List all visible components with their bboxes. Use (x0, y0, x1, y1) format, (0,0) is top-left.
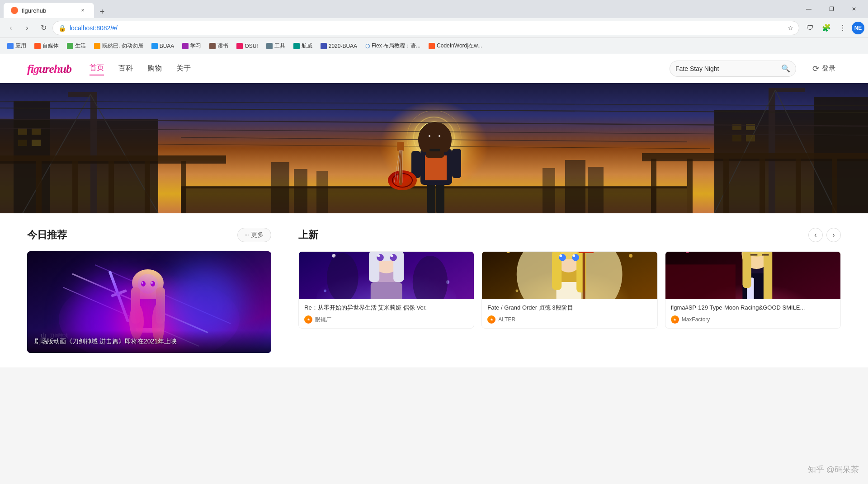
svg-rect-55 (436, 183, 444, 213)
svg-rect-63 (397, 142, 404, 151)
address-bar[interactable]: 🔒 ☆ (52, 21, 799, 35)
svg-rect-134 (578, 252, 594, 253)
tab-close-button[interactable]: × (79, 6, 87, 14)
product-2-svg (482, 252, 657, 299)
svg-rect-19 (108, 161, 114, 213)
bookmark-favicon (34, 43, 41, 49)
product-cards: Re：从零开始的异世界生活 艾米莉娅 偶像 Ver. ★ 眼镜厂 (298, 251, 841, 329)
svg-rect-147 (764, 252, 772, 299)
svg-point-137 (516, 289, 519, 292)
forward-button[interactable]: › (20, 21, 34, 35)
nav-wiki[interactable]: 百科 (118, 62, 133, 75)
svg-rect-133 (583, 252, 585, 299)
svg-rect-7 (90, 92, 97, 213)
bookmark-life[interactable]: 生活 (63, 40, 90, 52)
login-label: 登录 (822, 64, 835, 73)
shield-icon[interactable]: 🛡 (803, 21, 817, 35)
product-card-3-image (665, 252, 840, 299)
new-tab-button[interactable]: + (96, 5, 108, 18)
bookmark-read[interactable]: 读书 (206, 40, 232, 52)
product-name-2: Fate / Grand Order 贞德 3段阶目 (487, 304, 651, 312)
back-button[interactable]: ‹ (4, 21, 18, 35)
browser-toolbar: ‹ › ↻ 🔒 ☆ 🛡 🧩 ⋮ NE (0, 18, 868, 38)
bookmark-osu[interactable]: OSU! (233, 41, 261, 51)
login-button[interactable]: ⟳ 登录 (807, 61, 841, 76)
svg-point-95 (151, 282, 153, 284)
bookmark-label: 自媒体 (42, 42, 59, 50)
maker-icon-1: ★ (304, 315, 312, 324)
product-card-2[interactable]: Fate / Grand Order 贞德 3段阶目 ★ ALTER (481, 251, 657, 329)
login-icon: ⟳ (812, 64, 819, 74)
bookmark-apps[interactable]: 应用 (4, 40, 30, 52)
bluetooth-icon: ⬡ (365, 43, 370, 49)
bookmark-label: BUAA (160, 43, 175, 49)
svg-rect-15 (0, 155, 226, 161)
two-col-layout: 今日推荐 ··· 更多 (27, 228, 841, 353)
svg-rect-30 (732, 135, 741, 141)
svg-rect-37 (760, 159, 765, 213)
toolbar-right: 🛡 🧩 ⋮ NE (803, 21, 864, 35)
maximize-button[interactable]: ❐ (821, 2, 842, 16)
maker-icon-2: ★ (487, 315, 495, 324)
profile-button[interactable]: NE (852, 22, 864, 34)
bookmark-tools[interactable]: 工具 (263, 40, 289, 52)
svg-point-132 (573, 254, 576, 257)
svg-point-131 (560, 254, 562, 257)
svg-rect-13 (18, 140, 27, 146)
svg-rect-32 (642, 153, 868, 159)
site-logo[interactable]: FigureHub (27, 61, 71, 76)
browser-tabs: figurehub × + (4, 0, 108, 18)
refresh-button[interactable]: ↻ (36, 21, 51, 35)
product-card-3-info: figma#SP-129 Type-Moon Racing&GOOD SMILE… (665, 299, 840, 328)
nav-arrows: ‹ › (808, 228, 841, 242)
tab-favicon (11, 7, 18, 14)
bookmark-buaa[interactable]: BUAA (148, 41, 178, 51)
active-tab[interactable]: figurehub × (4, 3, 94, 18)
bookmark-aviation[interactable]: 航威 (290, 40, 316, 52)
maker-label-2: ALTER (498, 316, 515, 323)
bookmark-buaa2020[interactable]: 2020-BUAA (317, 41, 361, 51)
svg-rect-18 (72, 161, 78, 213)
settings-icon[interactable]: ⋮ (835, 21, 850, 35)
svg-rect-38 (796, 159, 801, 213)
product-card-3[interactable]: figma#SP-129 Type-Moon Racing&GOOD SMILE… (665, 251, 841, 329)
minimize-button[interactable]: — (798, 2, 819, 16)
url-input[interactable] (70, 24, 784, 32)
bookmark-flex[interactable]: ⬡ Flex 布局教程：语... (362, 40, 424, 52)
svg-rect-57 (425, 155, 447, 180)
svg-rect-31 (746, 135, 755, 141)
next-arrow-button[interactable]: › (826, 228, 841, 242)
svg-point-111 (390, 254, 393, 257)
bookmark-label: CodeInWord|在w... (437, 42, 482, 50)
search-bar[interactable]: 🔍 (670, 61, 796, 77)
bookmark-favicon (209, 43, 216, 49)
bookmark-codeinword[interactable]: CodeInWord|在w... (425, 40, 486, 52)
bookmark-label: 生活 (75, 42, 86, 50)
svg-point-136 (629, 254, 633, 258)
product-card-1[interactable]: Re：从零开始的异世界生活 艾米莉娅 偶像 Ver. ★ 眼镜厂 (298, 251, 474, 329)
bookmark-label: 既然已, 勿动勿居 (102, 42, 143, 50)
star-icon[interactable]: ☆ (788, 24, 793, 32)
svg-rect-12 (32, 128, 41, 135)
featured-card[interactable]: 山 刀剑神域 剧场版动画《刀剑神域 进击篇》即将在2021年上映 (27, 251, 271, 353)
bookmark-study[interactable]: 学习 (179, 40, 205, 52)
bookmark-yijing[interactable]: 既然已, 勿动勿居 (90, 40, 147, 52)
hero-scene (0, 83, 868, 213)
close-button[interactable]: ✕ (844, 2, 864, 16)
svg-rect-8 (68, 92, 97, 97)
bookmark-label: 应用 (15, 42, 26, 50)
prev-arrow-button[interactable]: ‹ (808, 228, 823, 242)
extensions-icon[interactable]: 🧩 (819, 21, 834, 35)
bookmark-label: Flex 布局教程：语... (372, 42, 420, 50)
bookmarks-bar: 应用 自媒体 生活 既然已, 勿动勿居 BUAA 学习 读书 OSU! (0, 38, 868, 54)
search-input[interactable] (675, 65, 781, 72)
bookmark-favicon (151, 43, 158, 49)
more-button[interactable]: ··· 更多 (237, 228, 271, 242)
site-nav: 首页 百科 购物 关于 (90, 61, 191, 75)
nav-shop[interactable]: 购物 (147, 62, 162, 75)
bookmark-self-media[interactable]: 自媒体 (31, 40, 62, 52)
recommendation-title: 今日推荐 (27, 228, 67, 242)
nav-home[interactable]: 首页 (90, 61, 104, 75)
nav-about[interactable]: 关于 (176, 62, 191, 75)
search-icon[interactable]: 🔍 (781, 64, 790, 73)
